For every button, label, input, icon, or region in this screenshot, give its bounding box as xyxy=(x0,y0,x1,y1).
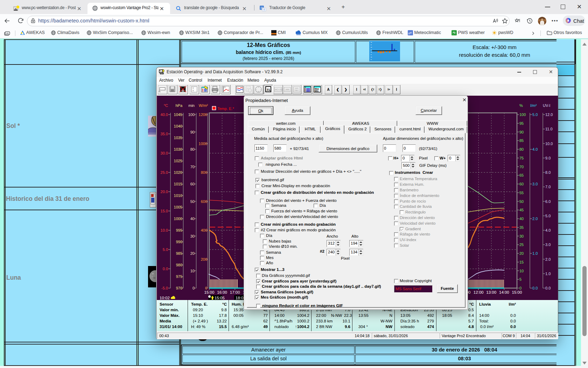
svg-text:15:05: 15:05 xyxy=(215,296,225,300)
svg-text:DEC: DEC xyxy=(295,89,299,91)
svg-text:6.0: 6.0 xyxy=(545,199,551,204)
svg-text:l/m²: l/m² xyxy=(530,103,537,108)
svg-text:5.0: 5.0 xyxy=(163,247,168,252)
svg-text:10.0: 10.0 xyxy=(545,142,553,146)
svg-text:JAN: JAN xyxy=(285,88,290,91)
svg-text:10.0: 10.0 xyxy=(161,228,168,232)
svg-text:990: 990 xyxy=(176,240,182,244)
svg-text:980: 980 xyxy=(176,263,182,267)
svg-text:15: 15 xyxy=(519,260,524,264)
svg-text:15:00: 15:00 xyxy=(512,290,522,294)
svg-text:25: 25 xyxy=(519,243,524,247)
svg-text:45: 45 xyxy=(519,208,524,212)
svg-text:15:00: 15:00 xyxy=(204,290,215,294)
svg-text:200: 200 xyxy=(201,257,207,261)
svg-text:0.0: 0.0 xyxy=(163,267,168,271)
svg-text:UV-I: UV-I xyxy=(543,103,550,108)
svg-text:35.0: 35.0 xyxy=(161,132,168,136)
svg-text:%: % xyxy=(519,103,523,108)
svg-text:10:02: 10:02 xyxy=(160,296,170,300)
svg-text:50: 50 xyxy=(190,199,195,204)
svg-text:5.0: 5.0 xyxy=(545,214,551,218)
svg-text:11.0: 11.0 xyxy=(545,127,553,131)
svg-text:60: 60 xyxy=(519,182,524,186)
svg-text:90: 90 xyxy=(519,130,524,134)
svg-text:1030: 1030 xyxy=(174,147,182,151)
svg-text:14:00: 14:00 xyxy=(499,290,509,294)
svg-text:55: 55 xyxy=(519,191,524,195)
svg-text:60: 60 xyxy=(190,182,195,186)
svg-text:35: 35 xyxy=(519,225,524,230)
svg-text:25.0: 25.0 xyxy=(161,170,168,175)
svg-text:°C: °C xyxy=(224,86,226,88)
svg-text:40: 40 xyxy=(519,217,524,221)
svg-text:70: 70 xyxy=(190,165,195,169)
svg-text:100: 100 xyxy=(519,113,526,117)
svg-text:1035: 1035 xyxy=(174,136,182,140)
svg-text:T: T xyxy=(192,87,194,90)
svg-text:30: 30 xyxy=(190,234,195,238)
svg-text:85: 85 xyxy=(519,138,524,143)
svg-text:1040: 1040 xyxy=(174,124,182,128)
svg-text:5.0: 5.0 xyxy=(532,113,538,117)
svg-text:800: 800 xyxy=(201,170,207,175)
svg-text:1045: 1045 xyxy=(174,113,182,117)
svg-text:10: 10 xyxy=(519,269,524,273)
svg-text:80: 80 xyxy=(190,147,195,151)
svg-text:31: 31 xyxy=(267,88,270,91)
svg-text:0: 0 xyxy=(519,286,522,290)
svg-text:5: 5 xyxy=(519,277,522,281)
svg-text:80: 80 xyxy=(519,147,524,151)
svg-text:18:0: 18:0 xyxy=(236,296,243,300)
svg-text:970: 970 xyxy=(176,286,182,290)
svg-text:3.0: 3.0 xyxy=(545,243,551,247)
svg-text:min: min xyxy=(188,103,195,108)
svg-text:12.0: 12.0 xyxy=(545,113,553,117)
svg-text:4.0: 4.0 xyxy=(545,228,551,232)
svg-text:10: 10 xyxy=(190,269,195,273)
svg-text:Min: Min xyxy=(315,90,318,92)
svg-text:7.0: 7.0 xyxy=(545,185,551,189)
svg-text:2.0: 2.0 xyxy=(545,257,551,261)
svg-text:Temp. E.*: Temp. E.* xyxy=(217,107,234,111)
svg-text:13:00: 13:00 xyxy=(486,290,496,294)
svg-text:50: 50 xyxy=(519,199,524,204)
svg-text:0.0: 0.0 xyxy=(545,286,551,290)
svg-text:9.0: 9.0 xyxy=(545,156,551,160)
svg-text:W/m²: W/m² xyxy=(199,103,208,108)
svg-text:3.0: 3.0 xyxy=(532,182,538,186)
svg-text:985: 985 xyxy=(176,251,182,255)
svg-text:2.0: 2.0 xyxy=(532,217,538,221)
svg-text:15.0: 15.0 xyxy=(161,209,168,213)
svg-text:600: 600 xyxy=(201,199,207,204)
svg-text:-5.0: -5.0 xyxy=(161,286,168,290)
svg-text:995: 995 xyxy=(176,228,182,232)
svg-text:1015: 1015 xyxy=(174,182,182,186)
svg-text:1.0: 1.0 xyxy=(532,251,538,255)
svg-text:20: 20 xyxy=(519,251,524,255)
svg-text:65: 65 xyxy=(519,173,524,177)
svg-text:90: 90 xyxy=(190,130,195,134)
svg-text:100: 100 xyxy=(188,113,195,117)
svg-text:75: 75 xyxy=(519,156,524,160)
svg-text:975: 975 xyxy=(176,274,182,279)
svg-text:12:00: 12:00 xyxy=(474,290,484,294)
svg-text:70: 70 xyxy=(519,165,524,169)
svg-text:16:00: 16:00 xyxy=(217,290,227,294)
svg-text:400: 400 xyxy=(201,228,207,232)
svg-text:T: T xyxy=(192,90,194,92)
svg-text:20.0: 20.0 xyxy=(161,190,168,194)
svg-text:hPa: hPa xyxy=(175,103,182,108)
svg-text:1200: 1200 xyxy=(199,113,207,117)
svg-text:4.0: 4.0 xyxy=(532,147,538,151)
svg-text:30.0: 30.0 xyxy=(161,151,168,155)
svg-text:1000: 1000 xyxy=(174,217,182,221)
svg-text:17:00: 17:00 xyxy=(230,290,240,294)
svg-text:1010: 1010 xyxy=(174,193,182,198)
svg-text:95: 95 xyxy=(519,121,524,125)
svg-text:0.0: 0.0 xyxy=(532,286,538,290)
svg-text:40.0: 40.0 xyxy=(161,113,168,117)
svg-text:0: 0 xyxy=(205,286,207,290)
svg-text:40: 40 xyxy=(190,217,195,221)
svg-text:1.0: 1.0 xyxy=(545,272,551,276)
